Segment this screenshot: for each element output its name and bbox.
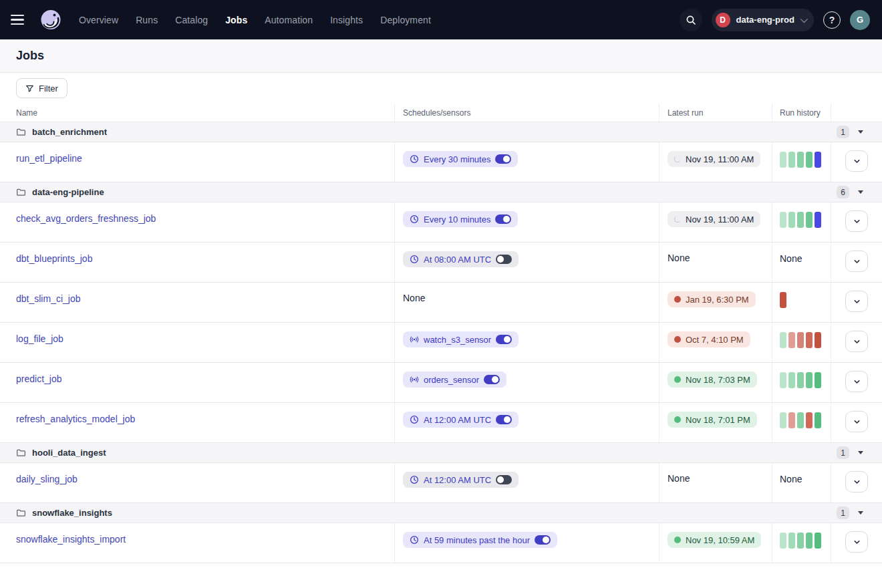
expand-row-button[interactable] (845, 371, 868, 392)
nav-item-catalog[interactable]: Catalog (175, 15, 208, 25)
table-row: run_etl_pipeline Every 30 minutes Nov 19… (0, 142, 882, 182)
job-link[interactable]: dbt_slim_ci_job (16, 293, 81, 304)
schedule-toggle[interactable] (535, 535, 551, 545)
chevron-down-icon (853, 539, 861, 546)
schedule-pill[interactable]: Every 30 minutes (403, 151, 518, 167)
expand-row-button[interactable] (845, 411, 868, 432)
table-row: log_file_job watch_s3_sensor Oct 7, 4:10… (0, 323, 882, 363)
schedule-pill[interactable]: At 59 minutes past the hour (403, 532, 557, 548)
job-link[interactable]: log_file_job (16, 333, 63, 344)
table-row: refresh_analytics_model_job At 12:00 AM … (0, 403, 882, 443)
expand-row-button[interactable] (845, 531, 868, 553)
group-row[interactable]: snowflake_insights 1 (0, 503, 882, 523)
sensor-pill[interactable]: orders_sensor (403, 372, 506, 388)
latest-run-pill[interactable]: Nov 19, 11:00 AM (668, 151, 760, 167)
success-dot-icon (674, 537, 681, 543)
table-row: daily_sling_job At 12:00 AM UTC None Non… (0, 463, 882, 503)
menu-icon[interactable] (11, 11, 29, 29)
job-link[interactable]: snowflake_insights_import (16, 534, 126, 545)
group-count-badge: 1 (837, 506, 849, 519)
latest-run-pill[interactable]: Jan 19, 6:30 PM (668, 291, 756, 307)
top-nav: Overview Runs Catalog Jobs Automation In… (0, 0, 882, 39)
dagster-logo[interactable] (37, 7, 64, 33)
run-history-bars[interactable] (780, 332, 821, 348)
avatar[interactable]: G (850, 10, 870, 30)
latest-run-pill[interactable]: Nov 19, 10:59 AM (668, 532, 761, 548)
nav-item-overview[interactable]: Overview (79, 15, 118, 25)
nav-item-insights[interactable]: Insights (330, 15, 363, 25)
run-history-bars[interactable] (780, 212, 821, 228)
schedule-toggle[interactable] (496, 475, 512, 484)
run-history-bars[interactable] (780, 292, 786, 308)
folder-icon (16, 448, 26, 458)
latest-run-label: Nov 18, 7:01 PM (686, 415, 750, 425)
clock-icon (410, 475, 419, 484)
job-link[interactable]: run_etl_pipeline (16, 153, 82, 164)
group-name: batch_enrichment (32, 127, 107, 137)
collapse-caret-icon[interactable] (858, 190, 863, 194)
group-row[interactable]: batch_enrichment 1 (0, 122, 882, 142)
latest-run-pill[interactable]: Nov 18, 7:03 PM (668, 372, 757, 388)
group-row[interactable]: data-eng-pipeline 6 (0, 182, 882, 202)
schedule-pill[interactable]: At 12:00 AM UTC (403, 472, 519, 488)
expand-row-button[interactable] (845, 331, 868, 352)
job-link[interactable]: check_avg_orders_freshness_job (16, 213, 156, 224)
expand-row-button[interactable] (845, 291, 868, 312)
sensor-toggle[interactable] (484, 375, 500, 384)
sensor-label: orders_sensor (424, 375, 479, 385)
group-name: hooli_data_ingest (32, 448, 106, 458)
page-header: Jobs (0, 39, 882, 73)
deployment-switcher[interactable]: D data-eng-prod (712, 9, 814, 31)
run-history-bars[interactable] (780, 412, 821, 428)
latest-run-none: None (668, 473, 690, 484)
search-button[interactable] (680, 9, 702, 31)
group-row[interactable]: hooli_data_ingest 1 (0, 443, 882, 463)
job-link[interactable]: predict_job (16, 374, 62, 384)
nav-item-deployment[interactable]: Deployment (380, 15, 431, 25)
expand-row-button[interactable] (845, 150, 868, 172)
collapse-caret-icon[interactable] (858, 130, 863, 134)
schedule-toggle[interactable] (495, 154, 511, 164)
nav-item-jobs[interactable]: Jobs (225, 15, 247, 25)
chevron-down-icon (853, 258, 861, 265)
clock-icon (410, 214, 419, 224)
schedule-pill[interactable]: At 12:00 AM UTC (403, 412, 519, 428)
sensor-pill[interactable]: watch_s3_sensor (403, 331, 519, 347)
nav-item-runs[interactable]: Runs (136, 15, 158, 25)
run-history-bars[interactable] (780, 533, 821, 549)
expand-row-button[interactable] (845, 210, 868, 232)
help-button[interactable]: ? (823, 11, 841, 29)
schedule-pill[interactable]: Every 10 minutes (403, 211, 518, 227)
sensor-icon (410, 335, 419, 344)
collapse-caret-icon[interactable] (858, 451, 863, 454)
run-history-bars[interactable] (780, 372, 821, 388)
success-dot-icon (674, 416, 681, 423)
job-link[interactable]: daily_sling_job (16, 474, 78, 484)
collapse-caret-icon[interactable] (858, 511, 863, 514)
table-row: dbt_slim_ci_job None Jan 19, 6:30 PM (0, 283, 882, 323)
schedule-toggle[interactable] (496, 415, 512, 424)
folder-icon (16, 187, 26, 197)
schedule-pill[interactable]: At 08:00 AM UTC (403, 251, 519, 267)
latest-run-pill[interactable]: Oct 7, 4:10 PM (668, 331, 750, 347)
schedule-toggle[interactable] (495, 214, 511, 224)
chevron-down-icon (853, 478, 861, 486)
group-count-badge: 6 (837, 186, 849, 198)
table-row: snowflake_insights_import At 59 minutes … (0, 523, 882, 563)
run-history-none: None (780, 253, 802, 264)
expand-row-button[interactable] (845, 471, 868, 492)
run-history-bars[interactable] (780, 152, 821, 168)
chevron-down-icon (800, 15, 808, 22)
nav-item-automation[interactable]: Automation (265, 15, 313, 25)
filter-button[interactable]: Filter (16, 78, 67, 98)
toolbar: Filter (0, 73, 882, 104)
schedule-toggle[interactable] (496, 255, 512, 264)
sensor-toggle[interactable] (496, 335, 512, 344)
expand-row-button[interactable] (845, 251, 868, 272)
schedule-none: None (403, 293, 425, 303)
latest-run-label: Nov 19, 11:00 AM (686, 154, 754, 164)
latest-run-pill[interactable]: Nov 18, 7:01 PM (668, 412, 757, 428)
job-link[interactable]: dbt_blueprints_job (16, 253, 92, 264)
latest-run-pill[interactable]: Nov 19, 11:00 AM (668, 211, 760, 227)
job-link[interactable]: refresh_analytics_model_job (16, 414, 135, 424)
